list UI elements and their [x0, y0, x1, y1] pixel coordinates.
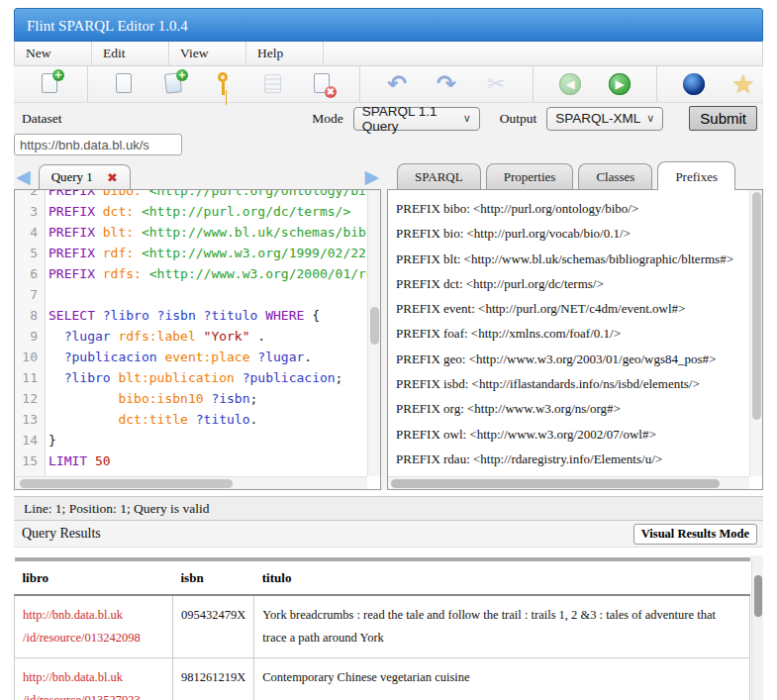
redo-icon[interactable]: ↷ — [434, 71, 459, 97]
line-number: 2 — [15, 189, 45, 201]
scrollbar-thumb[interactable] — [20, 479, 233, 488]
flint-sparql-editor: Flint SPARQL Editor 1.0.4 NewEditViewHel… — [14, 8, 763, 700]
menu-item-view[interactable]: View — [169, 42, 246, 65]
panel-horizontal-scrollbar[interactable] — [388, 476, 749, 489]
mode-select[interactable]: SPARQL 1.1 Query ∨ — [353, 107, 480, 131]
table-row: http://bnb.data.bl.uk/id/resource/013527… — [15, 658, 750, 700]
prev-tab-arrow-icon[interactable]: ◀ — [14, 163, 33, 189]
code-line: 15LIMIT 50 — [15, 450, 380, 471]
code-text: ?lugar rdfs:label "York" . — [45, 326, 265, 347]
undo-icon[interactable]: ↶ — [384, 71, 410, 97]
prefix-item: PREFIX geo: <http://www.w3.org/2003/01/g… — [396, 347, 758, 371]
output-label: Output — [500, 111, 537, 127]
scrollbar-thumb[interactable] — [370, 307, 379, 345]
scrollbar-thumb[interactable] — [391, 479, 720, 488]
scrollbar-thumb[interactable] — [754, 575, 762, 617]
results-vertical-scrollbar[interactable] — [751, 555, 763, 700]
save-icon — [260, 71, 286, 97]
isbn-cell: 981261219X — [173, 658, 254, 700]
editor-vertical-scrollbar[interactable] — [367, 190, 380, 476]
code-lines: 2PREFIX bibo: <http://purl.org/ontology/… — [15, 189, 380, 471]
globe-icon[interactable] — [681, 71, 707, 97]
code-text: PREFIX rdfs: <http://www.w3.org/2000/01/… — [45, 263, 381, 284]
menu-item-help[interactable]: Help — [246, 42, 324, 65]
key-icon[interactable] — [211, 71, 237, 97]
query-tab[interactable]: Query 1 ✖ — [39, 164, 131, 189]
query-tab-label: Query 1 — [51, 169, 93, 185]
code-line: 4PREFIX blt: <http://www.bl.uk/schemas/b… — [15, 222, 380, 243]
sparql-code-editor[interactable]: 2PREFIX bibo: <http://purl.org/ontology/… — [14, 189, 381, 490]
table-row: http://bnb.data.bl.uk/id/resource/013242… — [15, 595, 750, 658]
line-number: 15 — [15, 450, 45, 471]
line-number: 4 — [15, 222, 45, 243]
result-resource-link[interactable]: http://bnb.data.bl.uk/id/resource/013527… — [23, 666, 164, 700]
chevron-down-icon: ∨ — [646, 112, 654, 125]
tab-prefixes[interactable]: Prefixes — [657, 161, 735, 190]
code-text: PREFIX bibo: <http://purl.org/ontology/b… — [45, 189, 381, 201]
main-split: ◀ Query 1 ✖ ▶ 2PREFIX bibo: <http://purl… — [14, 159, 763, 490]
code-line: 12 bibo:isbn10 ?isbn; — [15, 388, 380, 409]
new-tab-icon[interactable]: + — [38, 71, 63, 97]
prefix-item: PREFIX foaf: <http://xmlns.com/foaf/0.1/… — [396, 321, 758, 346]
code-text: } — [45, 430, 56, 450]
column-header-titulo: titulo — [254, 559, 750, 595]
new-document-icon[interactable] — [112, 71, 138, 97]
query-pane: ◀ Query 1 ✖ ▶ 2PREFIX bibo: <http://purl… — [14, 159, 381, 490]
scrollbar-thumb[interactable] — [752, 192, 761, 420]
tab-classes[interactable]: Classes — [578, 163, 652, 189]
cut-icon: ✂ — [483, 71, 509, 97]
prefix-item: PREFIX event: <http://purl.org/NET/c4dm/… — [396, 296, 758, 321]
line-number: 14 — [15, 430, 45, 450]
line-number: 7 — [15, 284, 45, 305]
titulo-cell: York breadcrumbs : read the tale and fol… — [254, 595, 750, 658]
toolbar-group: + — [14, 66, 87, 102]
forward-icon[interactable]: ▶ — [607, 71, 632, 97]
endpoint-row — [14, 134, 763, 159]
results-table: libroisbntitulo http://bnb.data.bl.uk/id… — [14, 557, 750, 700]
tab-sparql[interactable]: SPARQL — [397, 163, 481, 189]
next-tab-arrow-icon[interactable]: ▶ — [362, 163, 381, 189]
libro-cell: http://bnb.data.bl.uk/id/resource/013527… — [15, 658, 173, 700]
line-number: 13 — [15, 409, 45, 430]
toolbar-group: ★ — [656, 66, 777, 102]
output-select[interactable]: SPARQL-XML ∨ — [546, 107, 663, 131]
prefix-item: PREFIX blt: <http://www.bl.uk/schemas/bi… — [396, 247, 758, 271]
tab-properties[interactable]: Properties — [486, 163, 574, 189]
code-text: ?publicacion event:place ?lugar. — [45, 347, 312, 367]
mode-label: Mode — [312, 111, 343, 127]
dataset-endpoint-input[interactable] — [14, 134, 182, 155]
delete-icon[interactable]: ✖ — [310, 71, 336, 97]
submit-button[interactable]: Submit — [689, 106, 757, 131]
prefix-item: PREFIX bibo: <http://purl.org/ontology/b… — [396, 196, 758, 221]
code-text: bibo:isbn10 ?isbn; — [45, 388, 257, 409]
results-title: Query Results — [22, 526, 101, 542]
result-resource-link[interactable]: http://bnb.data.bl.uk/id/resource/013242… — [23, 604, 164, 650]
code-text: LIMIT 50 — [45, 450, 111, 471]
toolbar-group: ◀▶ — [533, 66, 656, 102]
code-text: PREFIX dct: <http://purl.org/dc/terms/> — [45, 201, 350, 222]
code-line: 3PREFIX dct: <http://purl.org/dc/terms/> — [15, 201, 380, 222]
code-line: 7 — [15, 284, 380, 305]
editor-horizontal-scrollbar[interactable] — [15, 476, 367, 489]
query-tab-row: ◀ Query 1 ✖ ▶ — [14, 159, 381, 189]
output-select-value: SPARQL-XML — [555, 111, 640, 126]
column-header-isbn: isbn — [173, 559, 254, 595]
code-text: PREFIX blt: <http://www.bl.uk/schemas/bi… — [45, 222, 381, 243]
close-tab-icon[interactable]: ✖ — [107, 170, 118, 185]
menu-item-edit[interactable]: Edit — [92, 42, 169, 65]
panel-vertical-scrollbar[interactable] — [749, 190, 762, 476]
star-icon[interactable]: ★ — [730, 71, 756, 97]
side-pane: SPARQLPropertiesClassesPrefixes PREFIX b… — [387, 159, 763, 490]
results-header: Query Results Visual Results Mode — [14, 521, 763, 548]
code-line: 14} — [15, 430, 380, 450]
line-number: 11 — [15, 367, 45, 388]
dataset-label: Dataset — [22, 111, 61, 127]
toolbar-group: +✖ — [87, 66, 359, 102]
line-number: 10 — [15, 347, 45, 367]
code-text — [45, 284, 49, 305]
menu-item-new[interactable]: New — [15, 42, 92, 65]
controls-row: Dataset Mode SPARQL 1.1 Query ∨ Output S… — [14, 103, 763, 134]
open-icon[interactable]: + — [161, 71, 187, 97]
line-number: 9 — [15, 326, 45, 347]
visual-results-mode-button[interactable]: Visual Results Mode — [633, 524, 757, 545]
